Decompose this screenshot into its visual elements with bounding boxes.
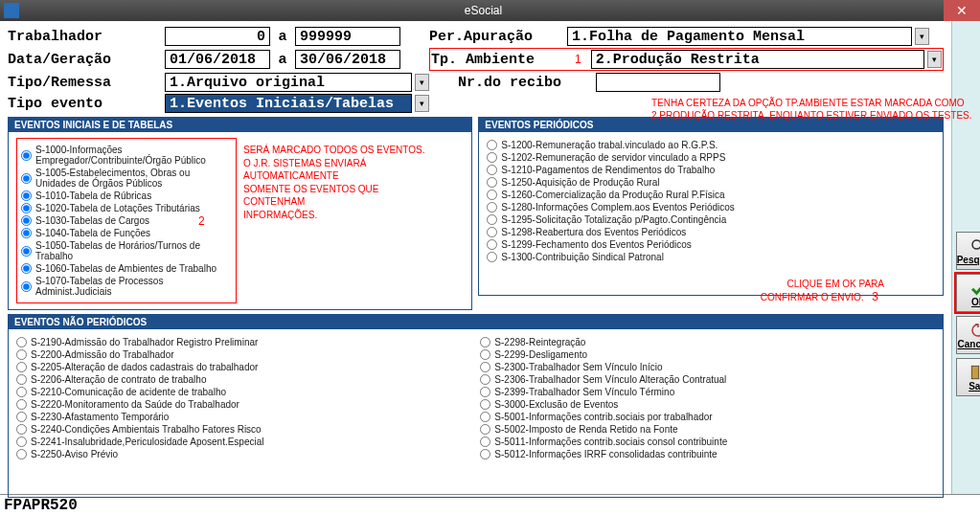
radio-s2399[interactable] [480, 387, 490, 397]
radio-s1020[interactable] [21, 203, 32, 213]
tipo-evento-select[interactable]: 1.Eventos Iniciais/Tabelas [165, 94, 412, 113]
label-tipo-remessa: Tipo/Remessa [8, 75, 161, 91]
close-button[interactable]: ✕ [944, 0, 980, 21]
annotation-ok: CLIQUE EM OK PARA CONFIRMAR O ENVIO. 3 [761, 278, 884, 305]
radio-s1295[interactable] [487, 214, 497, 225]
radio-s1050[interactable] [21, 246, 32, 257]
radio-label: S-2230-Afastamento Temporário [31, 412, 169, 422]
radio-s5002[interactable] [480, 424, 490, 435]
radio-s1030[interactable] [21, 215, 32, 226]
radio-s2230[interactable] [16, 412, 27, 422]
radio-s1280[interactable] [487, 202, 497, 213]
radio-s2200[interactable] [16, 349, 27, 360]
radio-label: S-1050-Tabelas de Horários/Turnos de Tra… [35, 240, 232, 261]
radio-label: S-1202-Remuneração de servidor vinculado… [501, 152, 725, 163]
radio-s3000[interactable] [480, 399, 490, 410]
radio-label: S-2190-Admissão do Trabalhador Registro … [31, 337, 258, 347]
per-apuracao-select[interactable]: 1.Folha de Pagamento Mensal [567, 27, 912, 46]
annotation-num-3: 3 [872, 290, 878, 303]
radio-s1260[interactable] [487, 190, 497, 200]
label-a-1: a [274, 29, 291, 45]
radio-s1040[interactable] [21, 228, 32, 238]
pesquisa-button[interactable]: Pesquisa [956, 232, 980, 270]
radio-s1210[interactable] [487, 165, 497, 175]
radio-s5012[interactable] [480, 449, 490, 459]
statusbar-text: FPAPR520 [4, 497, 78, 514]
radio-s1005[interactable] [21, 173, 32, 184]
search-icon [968, 237, 980, 255]
radio-s2206[interactable] [16, 374, 27, 385]
svg-point-0 [972, 240, 980, 249]
radio-label: S-1260-Comercialização da Produção Rural… [501, 190, 724, 200]
radio-s2299[interactable] [480, 349, 490, 360]
group-eventos-periodicos: EVENTOS PERIÓDICOS S-1200-Remuneração tr… [478, 117, 943, 296]
radio-label: S-2210-Comunicação de acidente de trabal… [31, 387, 226, 397]
radio-label: S-2241-Insalubridade,Periculosidade Apos… [31, 437, 264, 447]
tp-ambiente-highlight: Tp. Ambiente 1 2.Produção Restrita ▾ [429, 48, 944, 71]
radio-label: S-3000-Exclusão de Eventos [494, 399, 618, 410]
radio-s1202[interactable] [487, 152, 497, 163]
svg-rect-2 [971, 366, 979, 379]
radio-s1298[interactable] [487, 227, 497, 237]
radio-label: S-2306-Trabalhador Sem Vínculo Alteração… [494, 374, 726, 385]
trabalhador-to-input[interactable] [295, 27, 400, 46]
radio-s5001[interactable] [480, 412, 490, 422]
tipo-remessa-select[interactable]: 1.Arquivo original [165, 73, 412, 92]
tp-ambiente-select[interactable]: 2.Produção Restrita [591, 50, 924, 69]
radio-s2210[interactable] [16, 387, 27, 397]
nr-recibo-input[interactable] [596, 73, 720, 92]
radio-label: S-1000-Informações Empregador/Contribuin… [35, 145, 232, 166]
chevron-down-icon[interactable]: ▾ [915, 28, 929, 45]
radio-s2241[interactable] [16, 437, 27, 447]
radio-label: S-2240-Condições Ambientais Trabalho Fat… [31, 424, 262, 435]
group-eventos-iniciais: EVENTOS INICIAIS E DE TABELAS S-1000-Inf… [8, 117, 472, 310]
window-title: eSocial [23, 4, 944, 17]
annotation-eventos-auto: SERÁ MARCADO TODOS OS EVENTOS. O J.R. SI… [243, 144, 425, 221]
radio-s1300[interactable] [487, 252, 497, 262]
sair-button[interactable]: Sair [956, 358, 980, 396]
radio-label: S-1250-Aquisição de Produção Rural [501, 177, 659, 188]
radio-s2205[interactable] [16, 362, 27, 372]
radio-s1000[interactable] [21, 150, 32, 161]
radio-s1070[interactable] [21, 281, 32, 292]
ok-button[interactable]: Ok [956, 274, 980, 312]
radio-s1250[interactable] [487, 177, 497, 188]
radio-label: S-5012-Informações IRRF consolidadas con… [494, 449, 717, 459]
radio-s2220[interactable] [16, 399, 27, 410]
radio-label: S-1299-Fechamento dos Eventos Periódicos [501, 239, 691, 250]
radio-s5011[interactable] [480, 437, 490, 447]
radio-label: S-1280-Informações Complem.aos Eventos P… [501, 202, 734, 213]
exit-icon [968, 364, 980, 381]
cancelar-button[interactable]: Cancelar [956, 316, 980, 354]
radio-label: S-1298-Reabertura dos Eventos Periódicos [501, 227, 686, 237]
radio-s1060[interactable] [21, 263, 32, 274]
radio-label: S-1200-Remuneração trabal.vinculado ao R… [501, 140, 718, 150]
radio-label: S-5011-Informações contrib.sociais conso… [494, 437, 727, 447]
radio-s2250[interactable] [16, 449, 27, 459]
app-icon [4, 3, 19, 18]
radio-s1299[interactable] [487, 239, 497, 250]
radio-label: S-1040-Tabela de Funções [35, 228, 150, 238]
radio-s2240[interactable] [16, 424, 27, 435]
radio-s2298[interactable] [480, 337, 490, 347]
radio-s1010[interactable] [21, 190, 32, 201]
radio-s2306[interactable] [480, 374, 490, 385]
ok-label: Ok [971, 297, 980, 307]
radio-s2190[interactable] [16, 337, 27, 347]
data-from-input[interactable] [165, 50, 270, 69]
trabalhador-from-input[interactable] [165, 27, 270, 46]
chevron-down-icon[interactable]: ▾ [415, 95, 429, 112]
chevron-down-icon[interactable]: ▾ [415, 74, 429, 91]
radio-label: S-2200-Admissão do Trabalhador [31, 349, 174, 360]
iniciais-highlight-box: S-1000-Informações Empregador/Contribuin… [16, 138, 237, 303]
sair-label: Sair [969, 381, 980, 392]
radio-label: S-1010-Tabela de Rúbricas [35, 190, 151, 201]
radio-s1200[interactable] [487, 140, 497, 150]
data-to-input[interactable] [295, 50, 400, 69]
radio-label: S-1210-Pagamentos de Rendimentos do Trab… [501, 165, 715, 175]
radio-label: S-2300-Trabalhador Sem Vínculo Início [494, 362, 662, 372]
radio-s2300[interactable] [480, 362, 490, 372]
chevron-down-icon[interactable]: ▾ [927, 51, 942, 68]
radio-label: S-1060-Tabelas de Ambientes de Trabalho [35, 263, 217, 274]
group-eventos-nao-periodicos: EVENTOS NÃO PERIÓDICOS S-2190-Admissão d… [8, 314, 944, 498]
